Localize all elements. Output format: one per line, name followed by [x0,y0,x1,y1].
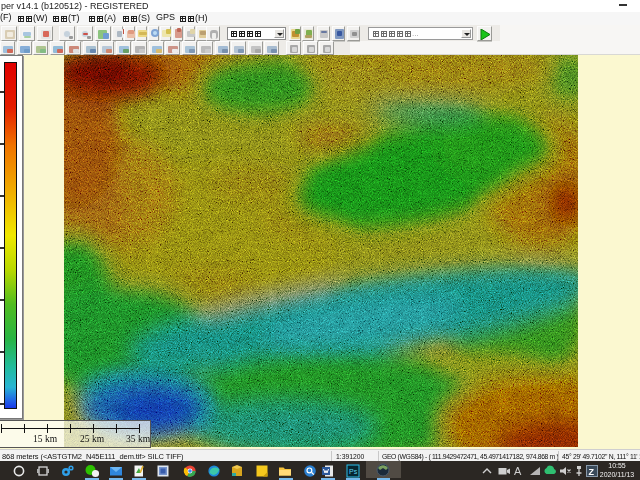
svg-text:Z: Z [589,467,595,477]
svg-text:Ps: Ps [349,468,358,475]
svg-text:A: A [514,465,522,477]
